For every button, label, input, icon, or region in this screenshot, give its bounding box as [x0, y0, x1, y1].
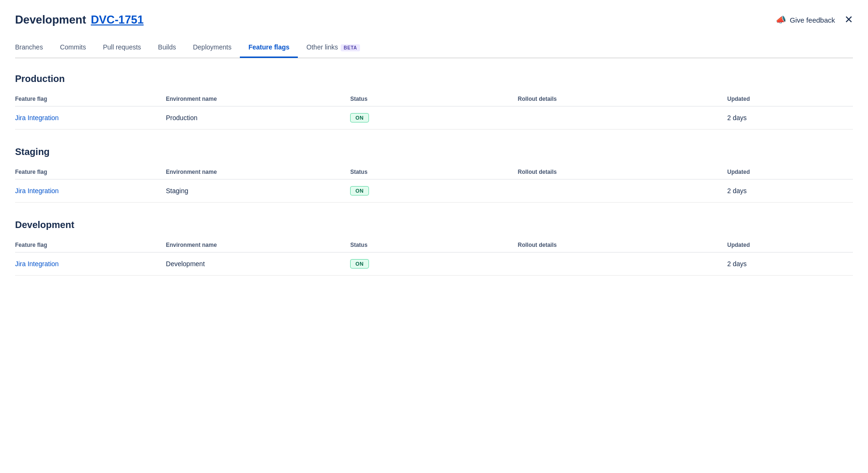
col-header-environment_name: Environment name — [166, 165, 350, 179]
table-row: Jira IntegrationStagingON2 days — [15, 179, 853, 202]
col-header-feature_flag: Feature flag — [15, 92, 166, 106]
col-header-rollout_details: Rollout details — [518, 238, 728, 253]
nav-tabs: BranchesCommitsPull requestsBuildsDeploy… — [15, 38, 853, 58]
section-title-production: Production — [15, 73, 853, 84]
updated-value: 2 days — [727, 252, 853, 275]
tab-branches[interactable]: Branches — [15, 38, 51, 58]
col-header-updated: Updated — [727, 165, 853, 179]
environment-name: Staging — [166, 179, 350, 202]
header-actions: 📣 Give feedback ✕ — [776, 15, 853, 25]
title-prefix: Development — [15, 13, 86, 26]
sections-container: ProductionFeature flagEnvironment nameSt… — [15, 73, 853, 276]
updated-value: 2 days — [727, 106, 853, 129]
section-production: ProductionFeature flagEnvironment nameSt… — [15, 73, 853, 130]
page-wrapper: Development DVC-1751 📣 Give feedback ✕ B… — [0, 0, 868, 311]
give-feedback-label: Give feedback — [790, 16, 835, 24]
col-header-feature_flag: Feature flag — [15, 238, 166, 253]
col-header-updated: Updated — [727, 238, 853, 253]
rollout-details — [518, 252, 728, 275]
col-header-status: Status — [350, 238, 518, 253]
give-feedback-button[interactable]: 📣 Give feedback — [776, 15, 835, 25]
feature-flag-link[interactable]: Jira Integration — [15, 260, 59, 268]
col-header-status: Status — [350, 165, 518, 179]
table-row: Jira IntegrationProductionON2 days — [15, 106, 853, 129]
feature-table-production: Feature flagEnvironment nameStatusRollou… — [15, 92, 853, 130]
tab-feature-flags[interactable]: Feature flags — [240, 38, 298, 58]
col-header-feature_flag: Feature flag — [15, 165, 166, 179]
title-link[interactable]: DVC-1751 — [91, 13, 144, 26]
status-cell: ON — [350, 179, 518, 202]
tab-builds[interactable]: Builds — [149, 38, 184, 58]
tab-commits[interactable]: Commits — [51, 38, 94, 58]
beta-badge: BETA — [341, 44, 360, 51]
rollout-details — [518, 106, 728, 129]
updated-value: 2 days — [727, 179, 853, 202]
section-title-development: Development — [15, 220, 853, 230]
status-cell: ON — [350, 252, 518, 275]
tab-deployments[interactable]: Deployments — [184, 38, 240, 58]
feature-flag-link[interactable]: Jira Integration — [15, 187, 59, 195]
status-badge: ON — [350, 186, 369, 196]
col-header-rollout_details: Rollout details — [518, 165, 728, 179]
col-header-updated: Updated — [727, 92, 853, 106]
tab-other-links[interactable]: Other linksBETA — [298, 38, 368, 58]
section-title-staging: Staging — [15, 147, 853, 157]
col-header-environment_name: Environment name — [166, 92, 350, 106]
table-row: Jira IntegrationDevelopmentON2 days — [15, 252, 853, 275]
environment-name: Development — [166, 252, 350, 275]
environment-name: Production — [166, 106, 350, 129]
header: Development DVC-1751 📣 Give feedback ✕ — [15, 13, 853, 26]
feature-table-development: Feature flagEnvironment nameStatusRollou… — [15, 238, 853, 276]
close-button[interactable]: ✕ — [844, 15, 853, 25]
status-badge: ON — [350, 259, 369, 269]
col-header-rollout_details: Rollout details — [518, 92, 728, 106]
tab-pull-requests[interactable]: Pull requests — [94, 38, 149, 58]
rollout-details — [518, 179, 728, 202]
megaphone-icon: 📣 — [776, 15, 786, 25]
feature-flag-link[interactable]: Jira Integration — [15, 114, 59, 122]
col-header-status: Status — [350, 92, 518, 106]
section-staging: StagingFeature flagEnvironment nameStatu… — [15, 147, 853, 203]
section-development: DevelopmentFeature flagEnvironment nameS… — [15, 220, 853, 276]
col-header-environment_name: Environment name — [166, 238, 350, 253]
feature-table-staging: Feature flagEnvironment nameStatusRollou… — [15, 165, 853, 203]
status-badge: ON — [350, 113, 369, 122]
status-cell: ON — [350, 106, 518, 129]
header-title: Development DVC-1751 — [15, 13, 144, 26]
